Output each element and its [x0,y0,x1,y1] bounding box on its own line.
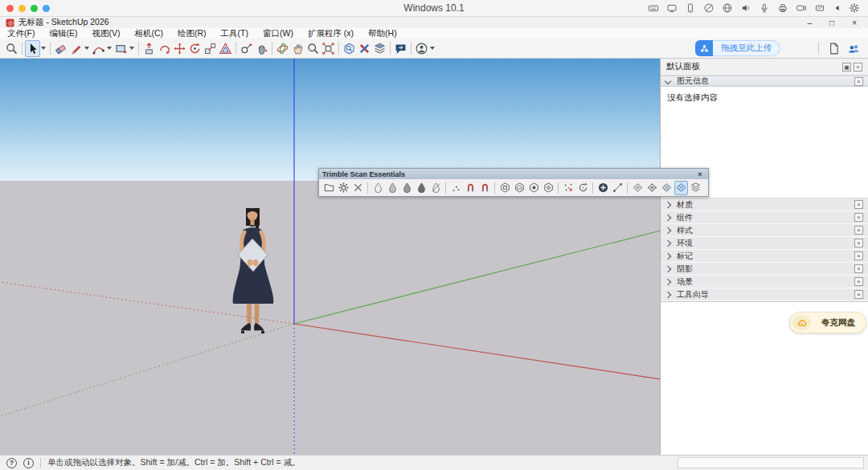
collaborate-people-icon[interactable] [846,40,862,57]
settings-icon[interactable] [337,181,350,195]
maximize-button[interactable]: □ [829,18,834,27]
gear-icon[interactable] [849,2,860,14]
extension-warehouse-icon[interactable] [357,40,372,57]
trimble-titlebar[interactable]: Trimble Scan Essentials × [319,169,708,179]
register-points-icon[interactable] [562,181,575,195]
trimble-close-button[interactable]: × [695,170,705,178]
section-scenes[interactable]: 场景× [661,276,868,288]
close-button[interactable]: × [852,18,857,27]
arc-dropdown-caret[interactable] [107,47,112,50]
point-cloud-full-icon[interactable] [415,181,428,195]
section-styles[interactable]: 样式× [661,224,868,237]
point-cloud-disabled-icon[interactable] [429,181,443,195]
account-dropdown-caret[interactable] [430,47,435,50]
tape-measure-tool-icon[interactable] [239,40,254,57]
section-close-icon[interactable]: × [854,213,863,222]
section-instructor[interactable]: 工具向导× [661,288,868,301]
entity-info-header[interactable]: 图元信息 × [661,76,868,87]
hex-box-icon[interactable] [498,181,512,195]
arc-tool-icon[interactable] [91,40,106,57]
menu-draw[interactable]: 绘图(R) [170,28,214,39]
section-close-icon[interactable]: × [854,264,863,273]
section-environment[interactable]: 环境× [661,237,868,250]
point-cloud-half-icon[interactable] [400,181,414,195]
layers-icon[interactable] [372,40,387,57]
layers-stack-icon[interactable] [689,181,702,195]
speaker-icon[interactable] [740,2,751,14]
minimize-button[interactable]: – [808,18,813,27]
point-cloud-quarter-icon[interactable] [386,181,399,195]
mesh-shaded-icon[interactable] [660,181,674,195]
credits-info-icon[interactable]: i [23,458,34,468]
hex-gear-icon[interactable] [542,181,555,195]
menu-camera[interactable]: 相机(C) [127,28,170,39]
section-materials[interactable]: 材质× [661,198,868,211]
clear-icon[interactable] [351,181,365,195]
section-close-icon[interactable]: × [854,200,863,209]
zoom-window-tool-icon[interactable] [305,40,321,57]
menu-extensions[interactable]: 扩展程序 (x) [301,28,361,39]
magnet-icon[interactable] [464,181,477,195]
rotate-tool-icon[interactable] [187,40,203,57]
mesh-active-icon[interactable] [674,181,688,195]
point-cloud-empty-icon[interactable] [371,181,385,195]
select-tool-icon[interactable] [25,40,40,57]
pan-tool-icon[interactable] [290,40,305,57]
measurements-box[interactable] [678,457,864,468]
move-tool-icon[interactable] [172,40,187,57]
menu-view[interactable]: 视图(V) [84,28,127,39]
follow-me-tool-icon[interactable] [157,40,172,57]
menu-help[interactable]: 帮助(H) [361,28,404,39]
display-icon[interactable] [666,2,678,14]
microphone-icon[interactable] [759,2,770,14]
geolocation-help-icon[interactable]: ? [6,458,17,468]
tray-close-icon[interactable]: × [854,63,862,72]
section-shadows[interactable]: 阴影× [661,263,868,276]
viewport-canvas[interactable] [0,59,661,455]
entity-info-close-icon[interactable]: × [854,77,863,86]
zoom-extents-tool-icon[interactable] [321,40,336,57]
quark-drive-button[interactable]: 夸克网盘 [789,312,866,333]
search-3d-warehouse-icon[interactable] [342,40,357,57]
magnet-alt-icon[interactable] [478,181,492,195]
scale-figure-person[interactable] [225,203,281,335]
eraser-tool-icon[interactable] [53,40,68,57]
line-dropdown-caret[interactable] [84,47,89,50]
screenshot-icon[interactable] [814,2,825,14]
add-icon[interactable] [596,181,610,195]
section-components[interactable]: 组件× [661,211,868,224]
phone-icon[interactable] [685,2,696,14]
rectangle-tool-icon[interactable] [113,40,129,57]
paint-bucket-tool-icon[interactable] [254,40,269,57]
select-dropdown-caret[interactable] [41,47,46,50]
menu-window[interactable]: 窗口(W) [256,28,301,39]
folder-icon[interactable] [322,181,336,195]
section-close-icon[interactable]: × [854,239,863,247]
globe-icon[interactable] [722,2,733,14]
push-pull-tool-icon[interactable] [141,40,157,57]
hex-point-icon[interactable] [527,181,541,195]
points-icon[interactable] [449,181,463,195]
line-tool-icon[interactable] [68,40,84,57]
account-icon[interactable] [414,40,429,57]
section-close-icon[interactable]: × [854,251,863,260]
menu-file[interactable]: 文件(F) [0,28,42,39]
quark-upload-button[interactable]: 拖拽至此上传 [695,40,780,56]
offset-tool-icon[interactable] [218,40,233,57]
section-close-icon[interactable]: × [854,277,863,286]
scale-tool-icon[interactable] [203,40,218,57]
hex-cloud-icon[interactable] [513,181,526,195]
tray-pin-icon[interactable]: ▣ [842,63,851,72]
mesh-wire-icon[interactable] [631,181,645,195]
mesh-dense-icon[interactable] [645,181,659,195]
menu-tools[interactable]: 工具(T) [214,28,256,39]
play-icon[interactable] [833,2,841,14]
orbit-tool-icon[interactable] [275,40,290,57]
refresh-points-icon[interactable] [576,181,590,195]
menu-edit[interactable]: 编辑(E) [42,28,84,39]
zoom-tool-icon[interactable] [4,40,19,57]
section-close-icon[interactable]: × [854,226,863,235]
section-close-icon[interactable]: × [854,290,863,299]
feedback-icon[interactable] [393,40,408,57]
keyboard-icon[interactable] [648,2,659,14]
